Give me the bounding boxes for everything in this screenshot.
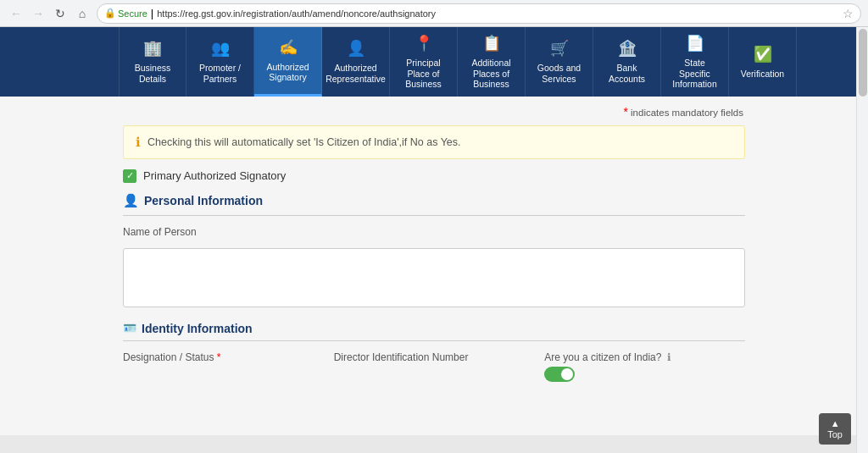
name-of-person-field: Name of Person xyxy=(123,226,745,238)
designation-col: Designation / Status * xyxy=(123,351,324,382)
info-circle-icon: ℹ xyxy=(667,351,671,363)
mandatory-dot: * xyxy=(623,105,627,119)
id-card-icon: 🪪 xyxy=(123,322,136,334)
din-col: Director Identification Number xyxy=(334,351,535,382)
personal-info-header: 👤 Personal Information xyxy=(123,193,745,208)
top-button-area: ▲ Top xyxy=(819,413,851,445)
bookmark-icon[interactable]: ☆ xyxy=(843,7,854,20)
identity-form-row: Designation / Status * Director Identifi… xyxy=(123,351,745,382)
tab-additional-places[interactable]: 📋 AdditionalPlaces ofBusiness xyxy=(458,27,526,97)
tab-goods-services[interactable]: 🛒 Goods andServices xyxy=(526,27,593,97)
business-icon: 🏢 xyxy=(143,39,162,58)
scrollbar[interactable] xyxy=(856,27,868,453)
reload-button[interactable]: ↻ xyxy=(51,4,70,23)
citizen-toggle[interactable] xyxy=(544,367,575,382)
mandatory-text: indicates mandatory fields xyxy=(631,108,743,118)
tab-bank-accounts[interactable]: 🏦 BankAccounts xyxy=(593,27,661,97)
tab-verification[interactable]: ✅ Verification xyxy=(729,27,797,97)
mandatory-note: * indicates mandatory fields xyxy=(123,105,745,119)
lock-icon: 🔒 xyxy=(104,8,116,19)
identity-divider xyxy=(123,340,745,341)
forward-button[interactable]: → xyxy=(29,4,47,23)
bank-icon: 🏦 xyxy=(618,39,637,58)
back-button[interactable]: ← xyxy=(7,4,25,23)
citizen-col: Are you a citizen of India? ℹ xyxy=(544,351,745,382)
top-button-label: Top xyxy=(827,429,843,439)
person-icon: 👤 xyxy=(123,193,139,208)
primary-signatory-row[interactable]: ✓ Primary Authorized Signatory xyxy=(123,169,745,183)
top-button[interactable]: ▲ Top xyxy=(819,413,851,445)
verification-icon: ✅ xyxy=(754,45,772,64)
secure-badge: 🔒 Secure xyxy=(104,8,147,19)
tab-business-details[interactable]: 🏢 BusinessDetails xyxy=(119,27,186,97)
principal-icon: 📍 xyxy=(415,34,433,52)
tab-promoter-partners[interactable]: 👥 Promoter /Partners xyxy=(186,27,254,97)
representative-icon: 👤 xyxy=(347,39,365,58)
designation-required: * xyxy=(214,351,220,363)
identity-info-header: 🪪 Identity Information xyxy=(123,322,745,335)
top-arrow-icon: ▲ xyxy=(831,418,840,428)
din-label: Director Identification Number xyxy=(334,351,535,363)
identity-section-title: Identity Information xyxy=(142,322,253,335)
main-content: * indicates mandatory fields ℹ Checking … xyxy=(0,97,868,435)
person-details-textarea[interactable] xyxy=(123,248,745,307)
goods-icon: 🛒 xyxy=(550,39,569,58)
citizen-label-text: Are you a citizen of India? ℹ xyxy=(544,351,745,363)
tab-principal-place[interactable]: 📍 PrincipalPlace ofBusiness xyxy=(390,27,458,97)
home-button[interactable]: ⌂ xyxy=(73,4,92,23)
browser-bar: ← → ↻ ⌂ 🔒 Secure | https://reg.gst.gov.i… xyxy=(0,0,868,27)
tab-authorized-signatory[interactable]: ✍️ AuthorizedSignatory xyxy=(254,27,322,97)
url-divider: | xyxy=(151,7,153,19)
tab-authorized-representative[interactable]: 👤 AuthorizedRepresentative xyxy=(322,27,390,97)
primary-signatory-checkbox[interactable]: ✓ xyxy=(123,169,136,183)
primary-signatory-label: Primary Authorized Signatory xyxy=(143,169,286,182)
scrollbar-thumb[interactable] xyxy=(859,29,867,97)
tab-state-specific[interactable]: 📄 State SpecificInformation xyxy=(661,27,729,97)
info-message: Checking this will automatically set 'Is… xyxy=(147,136,461,148)
promoter-icon: 👥 xyxy=(211,39,230,58)
browser-nav-buttons[interactable]: ← → ↻ ⌂ xyxy=(7,4,92,23)
secure-label: Secure xyxy=(118,8,147,19)
nav-tabs: 🏢 BusinessDetails 👥 Promoter /Partners ✍… xyxy=(0,27,868,97)
name-of-person-label: Name of Person xyxy=(123,226,745,238)
designation-label: Designation / Status * xyxy=(123,351,324,363)
address-bar[interactable]: 🔒 Secure | https://reg.gst.gov.in/regist… xyxy=(97,3,861,24)
info-icon: ℹ xyxy=(136,135,141,150)
signatory-icon: ✍️ xyxy=(279,38,298,57)
additional-icon: 📋 xyxy=(482,34,501,52)
personal-divider xyxy=(123,215,745,216)
url-text: https://reg.gst.gov.in/registration/auth… xyxy=(157,8,436,19)
info-box: ℹ Checking this will automatically set '… xyxy=(123,125,745,159)
personal-section-title: Personal Information xyxy=(144,194,263,207)
state-icon: 📄 xyxy=(686,34,704,52)
